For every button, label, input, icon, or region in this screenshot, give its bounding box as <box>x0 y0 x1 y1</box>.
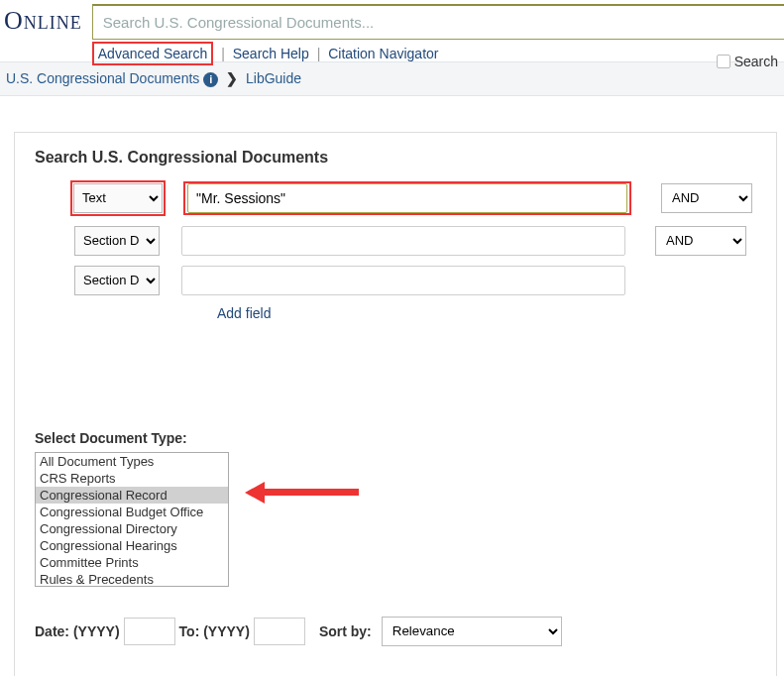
search-checkbox[interactable] <box>717 55 730 68</box>
query-input-2[interactable] <box>181 226 625 256</box>
brand-logo: Online <box>0 2 92 40</box>
doctype-option[interactable]: All Document Types <box>36 453 228 470</box>
citation-navigator-link[interactable]: Citation Navigator <box>328 46 438 61</box>
doctype-option[interactable]: Congressional Budget Office <box>36 504 228 520</box>
search-help-link[interactable]: Search Help <box>233 46 309 61</box>
date-from-label: Date: (YYYY) <box>35 623 120 639</box>
document-type-listbox[interactable]: All Document TypesCRS ReportsCongression… <box>35 452 229 587</box>
nav-separator: | <box>221 46 225 61</box>
sort-by-select[interactable]: Relevance <box>382 617 562 646</box>
operator-select-2[interactable]: AND <box>655 226 746 256</box>
doctype-option[interactable]: Rules & Precedents <box>36 571 228 587</box>
doctype-label: Select Document Type: <box>35 430 756 446</box>
search-label: Search <box>734 54 778 69</box>
query-input-3[interactable] <box>181 266 625 295</box>
doctype-option[interactable]: Congressional Record <box>36 487 228 504</box>
breadcrumb-root[interactable]: U.S. Congressional Documents <box>6 70 199 86</box>
panel-title: Search U.S. Congressional Documents <box>35 149 756 167</box>
advanced-search-panel: Search U.S. Congressional Documents Text… <box>14 132 777 676</box>
breadcrumb-libguide[interactable]: LibGuide <box>246 70 301 86</box>
nav-separator: | <box>317 46 321 61</box>
doctype-option[interactable]: Congressional Hearings <box>36 537 228 554</box>
doctype-option[interactable]: Committee Prints <box>36 554 228 571</box>
operator-select-1[interactable]: AND <box>661 183 752 213</box>
doctype-option[interactable]: CRS Reports <box>36 470 228 487</box>
advanced-search-link[interactable]: Advanced Search <box>92 42 214 65</box>
field-select-1[interactable]: Text <box>73 183 163 213</box>
annotation-arrow-icon <box>245 482 359 504</box>
query-input-1[interactable] <box>187 183 627 213</box>
add-field-link[interactable]: Add field <box>217 305 756 321</box>
chevron-right-icon: ❯ <box>226 70 238 86</box>
date-to-label: To: (YYYY) <box>179 623 250 639</box>
info-icon[interactable]: i <box>203 72 218 87</box>
date-to-input[interactable] <box>254 618 305 645</box>
breadcrumb: U.S. Congressional Documents i ❯ LibGuid… <box>0 61 784 96</box>
sort-by-label: Sort by: <box>319 623 372 639</box>
main-search-input[interactable] <box>92 4 784 40</box>
field-select-3[interactable]: Section D <box>74 266 160 295</box>
doctype-option[interactable]: Congressional Directory <box>36 520 228 537</box>
field-select-2[interactable]: Section D <box>74 226 160 256</box>
date-from-input[interactable] <box>124 618 175 645</box>
